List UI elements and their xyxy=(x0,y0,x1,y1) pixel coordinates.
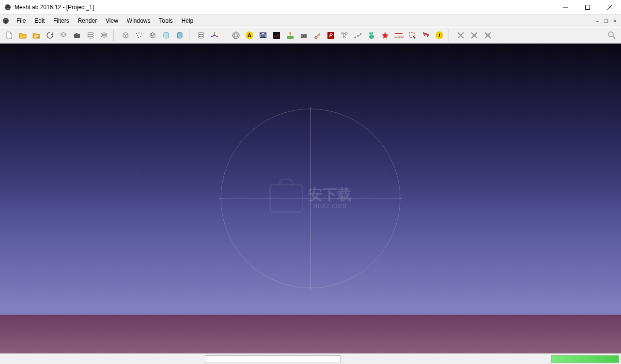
viewport-background xyxy=(0,44,621,353)
search-icon[interactable] xyxy=(605,29,618,42)
mdi-restore-button[interactable]: ❐ xyxy=(602,17,610,25)
progress-bar-empty xyxy=(205,355,341,363)
app-icon-small xyxy=(2,17,10,25)
crossed-tools-a-icon[interactable] xyxy=(454,29,467,42)
svg-point-14 xyxy=(101,33,107,35)
crossed-tools-b-icon[interactable] xyxy=(468,29,481,42)
toolbar-separator xyxy=(189,30,192,41)
select-triangles-icon[interactable] xyxy=(419,29,432,42)
svg-point-16 xyxy=(136,33,137,34)
maximize-button[interactable] xyxy=(576,0,599,14)
globe-wireframe-icon[interactable] xyxy=(230,29,242,42)
svg-point-58 xyxy=(608,32,613,37)
museum-blue-icon[interactable] xyxy=(257,29,269,42)
progress-bar-green xyxy=(551,355,619,363)
svg-rect-51 xyxy=(395,33,403,34)
viewport-3d[interactable]: 安下载anxz.com xyxy=(0,44,621,353)
svg-text:P: P xyxy=(329,33,333,38)
layers-merge-icon[interactable] xyxy=(98,29,110,42)
cylinder-shade-icon[interactable] xyxy=(173,29,186,42)
svg-point-47 xyxy=(360,33,362,35)
axes-colored-icon[interactable] xyxy=(208,29,221,42)
svg-point-21 xyxy=(138,37,139,38)
svg-point-17 xyxy=(139,32,140,33)
svg-point-30 xyxy=(233,32,239,39)
info-yellow-icon[interactable]: i xyxy=(433,29,446,42)
layer-stack-2-icon[interactable] xyxy=(195,29,207,42)
svg-point-50 xyxy=(372,32,373,35)
svg-rect-37 xyxy=(287,36,294,39)
annotate-yellow-icon[interactable]: A xyxy=(243,29,256,42)
svg-point-18 xyxy=(141,33,142,34)
svg-rect-3 xyxy=(586,5,590,9)
open-folder-icon[interactable] xyxy=(16,29,29,42)
browse-folder-icon[interactable] xyxy=(30,29,43,42)
svg-point-39 xyxy=(303,35,305,37)
plot-curve-icon[interactable] xyxy=(270,29,283,42)
titlebar: MeshLab 2016.12 - [Project_1] xyxy=(0,0,621,15)
svg-point-32 xyxy=(234,32,237,39)
close-button[interactable] xyxy=(599,0,621,14)
svg-line-28 xyxy=(215,35,218,37)
camera-icon[interactable] xyxy=(71,29,83,42)
georef-text-icon[interactable]: GEOREF xyxy=(392,29,405,42)
tile-icon[interactable] xyxy=(57,29,70,42)
svg-point-46 xyxy=(357,35,359,37)
svg-point-6 xyxy=(3,18,9,24)
brush-paint-icon[interactable] xyxy=(311,29,324,42)
new-document-icon[interactable] xyxy=(3,29,16,42)
rabbit-green-icon[interactable] xyxy=(365,29,378,42)
menu-tools[interactable]: Tools xyxy=(155,16,177,26)
window-controls xyxy=(554,0,621,14)
menu-windows[interactable]: Windows xyxy=(123,16,155,26)
mdi-close-button[interactable]: ✕ xyxy=(610,17,619,25)
svg-point-48 xyxy=(369,35,374,39)
svg-point-45 xyxy=(355,37,356,39)
field-arrow-icon[interactable] xyxy=(284,29,296,42)
points-scatter-icon[interactable] xyxy=(133,29,145,42)
camera-snap-icon[interactable] xyxy=(297,29,310,42)
svg-point-49 xyxy=(370,32,371,35)
pp-red-icon[interactable]: P xyxy=(325,29,337,42)
statusbar xyxy=(0,353,621,364)
box-grid-icon[interactable] xyxy=(146,29,159,42)
svg-line-29 xyxy=(211,35,215,37)
menu-render[interactable]: Render xyxy=(74,16,101,26)
svg-point-26 xyxy=(198,36,204,38)
box-wireframe-icon[interactable] xyxy=(119,29,132,42)
crossed-tools-c-icon[interactable] xyxy=(481,29,494,42)
menu-help[interactable]: Help xyxy=(178,16,198,26)
menu-view[interactable]: View xyxy=(102,16,122,26)
viewport-ground-plane xyxy=(0,315,621,353)
cylinder-light-icon[interactable] xyxy=(160,29,172,42)
menu-file[interactable]: File xyxy=(13,16,30,26)
menu-edit[interactable]: Edit xyxy=(31,16,48,26)
toolbar-separator xyxy=(224,30,227,41)
select-region-icon[interactable] xyxy=(406,29,419,42)
menubar: File Edit Filters Render View Windows To… xyxy=(0,15,621,27)
svg-point-9 xyxy=(76,35,78,37)
svg-point-25 xyxy=(198,34,204,36)
svg-point-20 xyxy=(140,36,141,37)
star-red-icon[interactable] xyxy=(379,29,391,42)
window-title: MeshLab 2016.12 - [Project_1] xyxy=(15,4,554,11)
app-icon xyxy=(4,3,12,11)
svg-text:A: A xyxy=(248,32,251,38)
svg-point-31 xyxy=(233,34,239,37)
svg-point-15 xyxy=(101,35,107,37)
mdi-buttons: – ❐ ✕ xyxy=(593,17,619,25)
toolbar: A P GEOREF i xyxy=(0,27,621,44)
minimize-button[interactable] xyxy=(554,0,576,14)
svg-line-59 xyxy=(613,36,615,39)
svg-point-13 xyxy=(88,36,93,38)
graph-nodes-icon[interactable] xyxy=(338,29,351,42)
layers-stack-icon[interactable] xyxy=(84,29,97,42)
svg-rect-36 xyxy=(273,32,280,39)
svg-point-19 xyxy=(137,35,138,36)
mdi-minimize-button[interactable]: – xyxy=(593,17,602,25)
spline-nodes-icon[interactable] xyxy=(352,29,364,42)
reload-icon[interactable] xyxy=(44,29,56,42)
svg-point-0 xyxy=(5,4,11,10)
svg-text:GEOREF: GEOREF xyxy=(394,35,404,38)
menu-filters[interactable]: Filters xyxy=(49,16,73,26)
